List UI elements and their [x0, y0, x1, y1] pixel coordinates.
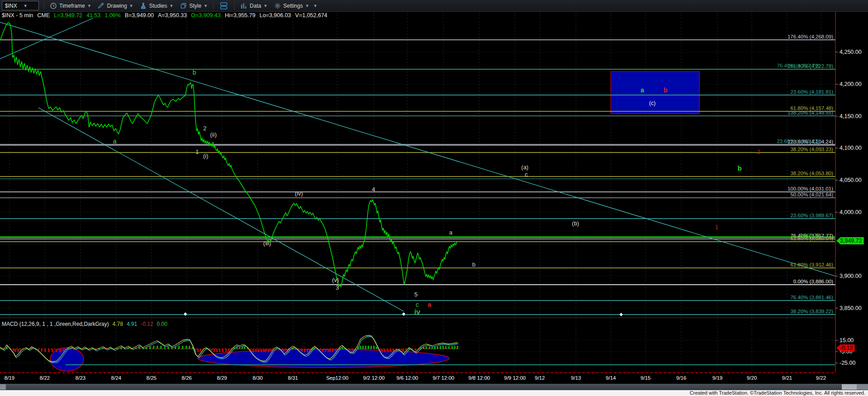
chevron-down-icon: ▼: [129, 4, 133, 8]
macd-histogram-bar: [217, 349, 218, 352]
macd-value: 4.91: [127, 321, 137, 327]
toolbar-menu-label: Drawing: [107, 3, 127, 9]
fib-level-label: 38.20% (3,839.22): [790, 309, 833, 314]
trendline: [0, 22, 835, 276]
macd-histogram-bar: [219, 349, 221, 352]
macd-histogram-bar: [214, 349, 215, 352]
wave-label: b: [472, 261, 475, 268]
macd-histogram-bar: [15, 349, 16, 352]
toolbar-menu-settings[interactable]: Settings▼: [271, 0, 312, 11]
macd-histogram-bar: [198, 349, 199, 352]
scrollbar-left-button[interactable]: [0, 384, 6, 390]
wave-label: (iv): [295, 190, 303, 197]
fib-level-label: 50.00% (4,021.64): [790, 192, 833, 197]
toolbar-menu-drawing[interactable]: Drawing▼: [94, 0, 137, 11]
toolbar-menu-timeframe[interactable]: Timeframe▼: [47, 0, 94, 11]
quote-segment: B=3,949.00: [125, 12, 154, 19]
time-axis-label: 8/23: [75, 375, 85, 381]
price-plot[interactable]: [0, 0, 868, 396]
diamond-marker: [184, 312, 187, 316]
macd-histogram-bar: [310, 349, 311, 350]
macd-histogram-bar: [452, 346, 453, 349]
macd-histogram-bar: [445, 346, 447, 349]
gear-icon: [274, 2, 281, 10]
wave-label: (iii): [263, 240, 271, 247]
time-axis-label: 8/30: [253, 375, 263, 381]
style-icon: [180, 2, 187, 10]
price-axis-label: 4,250.00: [840, 49, 862, 55]
macd-histogram-bar: [255, 349, 257, 352]
macd-value: -0.12: [141, 321, 153, 327]
macd-histogram-bar: [376, 347, 377, 349]
trendline: [38, 108, 404, 311]
fib-level-label-overlay: 3,960.70: [799, 233, 820, 238]
toolbar-overflow-chevron-icon[interactable]: ▼: [313, 4, 317, 8]
macd-histogram-bar: [239, 347, 241, 349]
time-axis[interactable]: 8/198/228/238/248/258/268/298/308/31Sep1…: [0, 372, 868, 384]
macd-histogram-bar: [175, 347, 176, 349]
toolbar-separator: [213, 2, 213, 10]
macd-histogram-bar: [432, 347, 433, 349]
time-axis-label: 9/12: [535, 375, 545, 381]
fib-level-label-overlay: 76.40% (4,222.79): [777, 63, 820, 68]
macd-histogram-bar: [164, 347, 165, 349]
toolbar-menu-style[interactable]: Style▼: [177, 0, 211, 11]
chevron-down-icon: ▼: [87, 4, 91, 8]
macd-histogram-bar: [406, 349, 407, 350]
chevron-down-icon: ▼: [170, 4, 174, 8]
macd-histogram-bar: [48, 349, 50, 352]
macd-value: 4.78: [113, 321, 123, 327]
macd-histogram-bar: [429, 347, 430, 349]
toolbar-button-layout[interactable]: [216, 0, 232, 11]
scrollbar-thumb[interactable]: [842, 384, 857, 390]
wave-label: a: [449, 229, 452, 236]
tradestation-credit: Created with TradeStation. ©TradeStation…: [690, 390, 865, 396]
macd-histogram-bar: [365, 346, 367, 349]
macd-histogram-bar: [384, 349, 386, 352]
flask-icon: [140, 2, 147, 10]
macd-histogram-bar: [332, 349, 334, 352]
price-axis-label: 4,200.00: [840, 81, 862, 87]
quote-segment: L=3,949.72: [54, 12, 82, 19]
toolbar-menu-data[interactable]: Data▼: [237, 0, 270, 11]
macd-histogram-bar: [182, 346, 184, 349]
toolbar-menu-label: Style: [189, 3, 202, 9]
time-axis-label: 9/20: [747, 375, 757, 381]
fib-level-label: 176.40% (4,268.09): [788, 34, 833, 39]
macd-histogram-bar: [440, 346, 441, 349]
wave-label: 2: [203, 125, 206, 132]
wave-label: 1: [195, 148, 198, 155]
macd-histogram-bar: [258, 349, 259, 352]
diamond-marker: [402, 312, 406, 316]
wave-label: 1: [715, 224, 718, 230]
macd-histogram-bar: [302, 349, 303, 352]
macd-histogram-bar: [0, 348, 1, 349]
wave-label: (ii): [210, 131, 217, 138]
price-axis-label: 3,900.00: [840, 273, 862, 279]
wave-label: 5: [414, 291, 417, 298]
wave-label: (c): [649, 100, 656, 106]
macd-histogram-bar: [41, 349, 42, 352]
toolbar-menu-studies[interactable]: Studies▼: [137, 0, 177, 11]
time-axis-label: 9/8 12:00: [468, 375, 490, 381]
symbol-value: $INX: [5, 3, 17, 9]
horizontal-scrollbar[interactable]: [0, 384, 868, 390]
symbol-select[interactable]: $INX ▼: [2, 1, 39, 10]
macd-histogram-bar: [437, 346, 439, 349]
wave-label: a: [113, 138, 117, 145]
fib-level-label: 100.00% (4,031.01): [788, 186, 833, 191]
macd-histogram-bar: [353, 349, 354, 351]
scrollbar-right-cap[interactable]: [857, 384, 868, 390]
chevron-down-icon: ▼: [305, 4, 309, 8]
time-axis-label: 8/19: [5, 375, 14, 381]
macd-histogram-bar: [387, 349, 389, 352]
diamond-marker: [620, 313, 623, 316]
wave-label: a: [641, 86, 644, 94]
time-axis-label: 9/7 12:00: [433, 375, 454, 381]
fib-level-label: 23.60% (4,181.81): [790, 89, 833, 95]
macd-histogram-bar: [403, 349, 404, 352]
wave-label: 4: [372, 186, 375, 193]
session-tick-strip: [0, 372, 835, 373]
time-axis-label: 9/6 12:00: [396, 375, 418, 381]
macd-histogram-bar: [179, 346, 180, 349]
